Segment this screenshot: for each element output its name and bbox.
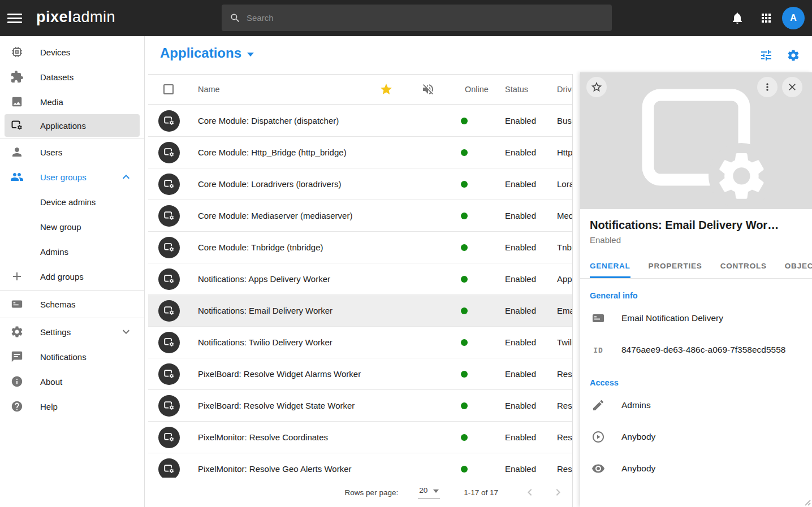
tab-objects[interactable]: OBJECTS — [785, 255, 812, 278]
previous-page-button[interactable] — [523, 486, 537, 499]
sidebar-divider — [0, 290, 144, 291]
favorite-star-icon[interactable] — [365, 83, 407, 96]
menu-icon[interactable] — [7, 11, 22, 25]
next-page-button[interactable] — [551, 486, 565, 499]
id-value: 8476aee9-de63-486c-a069-7f358ecd5558 — [621, 345, 785, 355]
sidebar-item-device-admins[interactable]: Device admins — [0, 189, 144, 214]
app-gear-icon-large — [625, 88, 767, 209]
sidebar-item-help[interactable]: Help — [0, 394, 144, 419]
app-name: Notifications: Apps Delivery Worker — [190, 274, 365, 284]
sidebar-item-user-groups[interactable]: User groups — [0, 164, 144, 189]
status-value: Enabled — [492, 369, 544, 379]
table-row[interactable]: PixelMonitor: Resolve Coordinates Enable… — [148, 422, 572, 453]
sidebar-item-media[interactable]: Media — [0, 89, 144, 114]
table-row[interactable]: Core Module: Tnbridge (tnbridge) Enabled… — [148, 232, 572, 263]
notifications-bell-icon[interactable] — [731, 11, 744, 25]
table-row[interactable]: Core Module: Dispatcher (dispatcher) Ena… — [148, 105, 572, 137]
status-value: Enabled — [492, 211, 544, 220]
table-row[interactable]: Core Module: Http_Bridge (http_bridge) E… — [148, 137, 572, 168]
top-app-bar: pixeladmin A — [0, 0, 812, 36]
table-row[interactable]: Core Module: Mediaserver (mediaserver) E… — [148, 200, 572, 232]
sidebar-item-label: Admins — [40, 247, 68, 257]
app-name: PixelBoard: Resolve Widget State Worker — [190, 401, 365, 410]
sidebar-item-label: About — [40, 377, 62, 387]
column-header-name[interactable]: Name — [190, 85, 365, 94]
favorite-star-button[interactable] — [586, 77, 607, 97]
tab-general[interactable]: GENERAL — [590, 255, 630, 278]
filter-tune-icon[interactable] — [759, 49, 773, 62]
tab-properties[interactable]: PROPERTIES — [649, 255, 702, 278]
chat-icon — [10, 350, 24, 363]
rows-per-page-select[interactable]: 20 — [418, 486, 440, 499]
access-edit-value: Admins — [621, 400, 651, 410]
sidebar-item-about[interactable]: About — [0, 369, 144, 394]
status-value: Enabled — [492, 432, 544, 442]
apps-grid-icon[interactable] — [759, 11, 773, 25]
general-info-heading: General info — [580, 279, 812, 302]
chevron-up-icon[interactable] — [119, 170, 133, 184]
table-row[interactable]: Notifications: Twilio Delivery Worker En… — [148, 327, 572, 358]
column-header-driver[interactable]: Driver — [544, 85, 572, 94]
sidebar-item-add-groups[interactable]: Add groups — [0, 264, 144, 289]
close-panel-button[interactable] — [782, 77, 802, 97]
driver-value: Reso — [544, 401, 572, 410]
table-row[interactable]: Core Module: Loradrivers (loradrivers) E… — [148, 168, 572, 200]
select-all-checkbox[interactable] — [163, 84, 174, 94]
table-row[interactable]: Notifications: Apps Delivery Worker Enab… — [148, 263, 572, 295]
sidebar-item-label: Settings — [40, 327, 71, 337]
column-header-online[interactable]: Online — [449, 85, 492, 94]
app-name: Core Module: Dispatcher (dispatcher) — [190, 116, 365, 125]
driver-value: Apps — [544, 274, 572, 284]
driver-value: Reso — [544, 432, 572, 442]
app-name: PixelMonitor: Resolve Geo Alerts Worker — [190, 464, 365, 474]
app-gear-icon — [158, 142, 180, 163]
online-status-dot — [461, 339, 468, 346]
more-options-button[interactable] — [757, 77, 778, 97]
chip-icon — [10, 45, 24, 59]
chevron-down-icon[interactable] — [119, 325, 133, 339]
resize-handle-icon[interactable] — [803, 498, 811, 506]
more-vert-icon — [762, 81, 773, 93]
status-value: Enabled — [492, 337, 544, 347]
avatar-letter: A — [790, 13, 797, 23]
user-avatar[interactable]: A — [782, 7, 805, 29]
sidebar-item-new-group[interactable]: New group — [0, 214, 144, 239]
table-row[interactable]: PixelBoard: Resolve Widget State Worker … — [148, 390, 572, 422]
sidebar-item-users[interactable]: Users — [0, 140, 144, 164]
sidebar-item-devices[interactable]: Devices — [0, 40, 144, 64]
settings-gear-icon[interactable] — [787, 49, 800, 62]
sidebar-item-settings[interactable]: Settings — [0, 319, 144, 344]
sidebar-item-admins[interactable]: Admins — [0, 239, 144, 264]
table-header-row: Name Online Status Driver — [148, 74, 572, 105]
sidebar-item-datasets[interactable]: Datasets — [0, 64, 144, 89]
column-header-status[interactable]: Status — [492, 85, 544, 94]
online-status-dot — [461, 307, 468, 314]
app-name: PixelBoard: Resolve Widget Alarms Worker — [190, 369, 365, 379]
driver-value: Busi — [544, 116, 572, 125]
access-edit-row: Admins — [580, 389, 812, 421]
search-bar[interactable] — [222, 5, 612, 31]
sidebar-item-label: Applications — [40, 121, 86, 131]
online-status-dot — [461, 244, 468, 251]
search-input[interactable] — [247, 13, 604, 23]
sidebar-item-applications[interactable]: Applications — [5, 114, 140, 137]
app-name: Notifications: Twilio Delivery Worker — [190, 337, 365, 347]
page-title-dropdown[interactable]: Applications — [160, 45, 254, 61]
table-row[interactable]: PixelBoard: Resolve Widget Alarms Worker… — [148, 358, 572, 390]
driver-value: Http — [544, 148, 572, 157]
pagination-bar: Rows per page: 20 1-17 of 17 — [148, 478, 572, 507]
sidebar-item-label: Media — [40, 97, 63, 107]
panel-title: Notifications: Email Delivery Wor… — [580, 209, 812, 232]
puzzle-icon — [10, 70, 24, 84]
tab-controls[interactable]: CONTROLS — [720, 255, 767, 278]
mute-volume-off-icon[interactable] — [407, 83, 449, 96]
sidebar-item-notifications[interactable]: Notifications — [0, 344, 144, 369]
table-row-selected[interactable]: Notifications: Email Delivery Worker Ena… — [148, 295, 572, 327]
table-row[interactable]: PixelMonitor: Resolve Geo Alerts Worker … — [148, 453, 572, 478]
sidebar-item-label: Help — [40, 402, 58, 411]
sidebar-item-schemas[interactable]: Schemas — [0, 292, 144, 317]
app-gear-icon — [158, 268, 180, 290]
driver-value: Reso — [544, 464, 572, 474]
person-icon — [10, 145, 24, 159]
schema-info-row: Email Notification Delivery — [580, 302, 812, 334]
